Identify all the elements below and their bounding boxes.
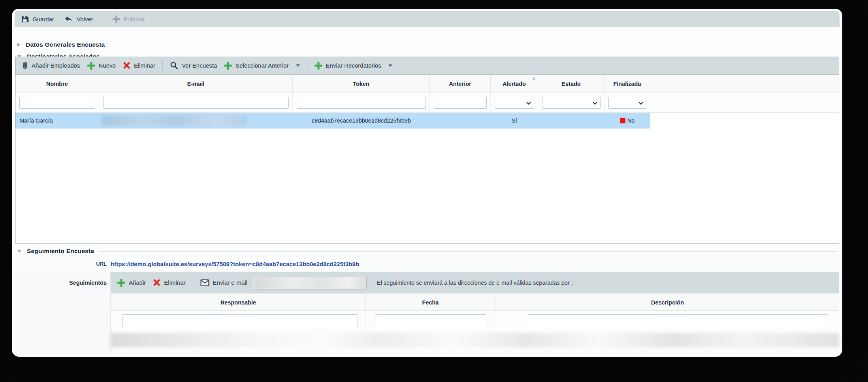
column-label: Estado: [561, 81, 580, 87]
add-seguimiento-button[interactable]: Añadir: [117, 279, 146, 287]
descripcion-filter-input[interactable]: [528, 314, 828, 328]
section-header-datos-generales[interactable]: Datos Generales Encuesta: [17, 40, 837, 50]
column-label: Nombre: [46, 81, 68, 87]
delete-label: Eliminar: [134, 62, 155, 69]
plus-icon-send-reminders: [314, 62, 322, 70]
seguimientos-filter-row: [111, 311, 839, 332]
email-hint-text: El seguimiento se enviará a las direccio…: [377, 280, 573, 286]
survey-url-link[interactable]: https://demo.globalsuite.es/surveys/5750…: [111, 257, 359, 271]
table-row-selected[interactable]: María García c8d4aab7ecace13bb0e2d8cd225…: [15, 113, 650, 129]
seguimientos-toolbar: Añadir Eliminar Enviar e-mail: [111, 272, 839, 293]
seguimientos-field-label: Seguimientos: [12, 272, 107, 293]
estado-filter-select[interactable]: [542, 97, 601, 109]
destinatarios-filter-row: [15, 93, 839, 113]
seguimientos-grid: Añadir Eliminar Enviar e-mail: [111, 272, 839, 355]
send-reminders-label: Enviar Recordatorios: [326, 62, 381, 69]
envelope-icon: [200, 279, 209, 287]
toolbar-separator: [307, 61, 307, 71]
chevron-down-icon: [526, 100, 531, 104]
column-header-fecha[interactable]: Fecha: [366, 294, 495, 310]
filter-cell: [15, 93, 99, 112]
view-survey-button[interactable]: Ver Encuesta: [170, 61, 217, 70]
finalizada-filter-select[interactable]: [608, 97, 646, 109]
publish-button[interactable]: Publicar: [113, 15, 145, 23]
app-window: Guardar Volver Publicar Datos Generales …: [12, 9, 842, 357]
column-label: Fecha: [422, 299, 439, 306]
destinatarios-grid: Añadir Empleados Nuevo Eliminar: [15, 57, 839, 244]
cell-finalizada: No: [604, 113, 650, 129]
delete-button[interactable]: Eliminar: [123, 62, 155, 69]
view-survey-label: Ver Encuesta: [182, 62, 217, 69]
select-previous-label: Seleccionar Anterior: [235, 62, 288, 69]
back-label: Volver: [77, 16, 93, 23]
filter-cell: [604, 93, 650, 112]
back-button[interactable]: Volver: [64, 15, 93, 23]
plus-icon-add: [117, 279, 125, 287]
column-label: Responsable: [220, 299, 256, 306]
responsable-filter-input[interactable]: [122, 314, 358, 328]
collapsed-triangle-icon: [17, 43, 20, 47]
filter-cell: [293, 93, 430, 112]
column-header-token[interactable]: Token: [293, 75, 430, 93]
add-label: Añadir: [129, 279, 146, 286]
cell-token: c8d4aab7ecace13bb0e2d8cd225f3b9b: [293, 113, 430, 129]
chevron-down-icon: [388, 64, 392, 67]
toolbar-separator: [103, 14, 103, 24]
plus-icon-select-previous: [224, 62, 232, 70]
column-header-alertado[interactable]: Alertado: [491, 75, 538, 93]
email-redacted-blur: [102, 115, 247, 126]
chevron-down-icon: [296, 64, 300, 67]
cell-alertado: Sí: [491, 113, 538, 129]
section-divider-line: [109, 45, 837, 45]
search-icon: [170, 61, 178, 70]
column-header-nombre[interactable]: Nombre: [15, 75, 99, 93]
main-toolbar: Guardar Volver Publicar: [15, 11, 840, 27]
nombre-filter-input[interactable]: [19, 97, 95, 109]
nombre-value: María García: [19, 117, 53, 124]
new-label: Nuevo: [99, 62, 116, 69]
filter-cell: [99, 93, 293, 112]
send-reminders-button[interactable]: Enviar Recordatorios: [314, 62, 392, 70]
red-status-square-icon: [620, 118, 625, 123]
add-employees-button[interactable]: Añadir Empleados: [21, 61, 80, 70]
section-divider-line: [99, 251, 837, 252]
send-email-label: Enviar e-mail: [213, 279, 248, 286]
column-label: E-mail: [187, 81, 205, 87]
table-row-redacted-blur[interactable]: [111, 333, 839, 347]
email-filter-input[interactable]: [103, 97, 289, 109]
delete-label: Eliminar: [164, 279, 185, 286]
column-header-email[interactable]: E-mail: [99, 75, 293, 93]
select-previous-button[interactable]: Seleccionar Anterior: [224, 62, 299, 70]
delete-x-icon: [153, 279, 160, 286]
delete-seguimiento-button[interactable]: Eliminar: [153, 279, 185, 286]
fecha-filter-input[interactable]: [375, 314, 486, 328]
add-employees-label: Añadir Empleados: [32, 62, 80, 69]
token-filter-input[interactable]: [297, 97, 426, 109]
toolbar-separator: [162, 61, 163, 71]
column-label: Anterior: [449, 81, 471, 87]
column-label: Alertado: [503, 81, 526, 87]
expanded-triangle-icon: [17, 250, 21, 253]
sort-asc-icon: [532, 76, 536, 80]
save-button[interactable]: Guardar: [21, 15, 54, 23]
column-header-finalizada[interactable]: Finalizada: [604, 75, 650, 93]
filter-cell: [111, 311, 366, 332]
alertado-filter-select[interactable]: [495, 97, 534, 109]
new-button[interactable]: Nuevo: [87, 62, 116, 70]
column-header-descripcion[interactable]: Descripción: [495, 294, 840, 310]
save-label: Guardar: [32, 16, 54, 23]
column-header-responsable[interactable]: Responsable: [111, 294, 366, 310]
plus-icon-new: [87, 62, 95, 70]
email-recipients-input[interactable]: [253, 276, 367, 289]
column-label: Finalizada: [613, 81, 641, 87]
token-value: c8d4aab7ecace13bb0e2d8cd225f3b9b: [312, 117, 411, 124]
chevron-down-icon: [638, 100, 643, 104]
finalizada-value: No: [627, 117, 635, 124]
column-header-anterior[interactable]: Anterior: [430, 75, 491, 93]
column-header-estado[interactable]: Estado: [538, 75, 604, 93]
column-label: Descripción: [651, 299, 684, 306]
delete-x-icon: [123, 62, 130, 69]
filter-cell: [538, 93, 604, 112]
anterior-filter-input[interactable]: [434, 97, 487, 109]
send-email-button[interactable]: Enviar e-mail: [200, 279, 248, 287]
